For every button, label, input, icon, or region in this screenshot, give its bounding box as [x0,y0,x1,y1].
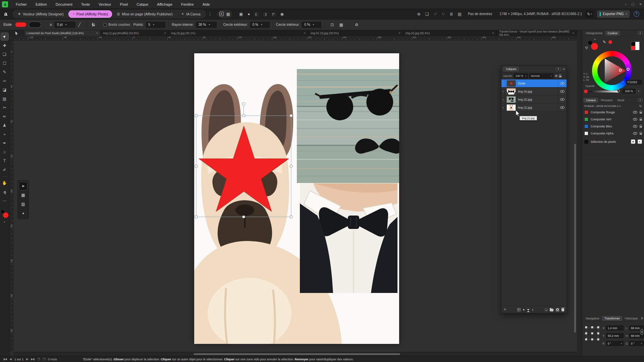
tab-brushes[interactable]: Pinceaux [599,98,614,102]
layer-effects-icon[interactable]: fx [517,308,521,311]
menu-item[interactable]: Document [51,0,77,9]
tab-close-icon[interactable]: ✕ [572,32,574,35]
menu-item[interactable]: Vecteur [94,0,115,9]
adjustment-layer-icon[interactable] [527,309,530,310]
last-page-icon[interactable]: ▶▮ [31,358,35,361]
layer-row-img4[interactable]: ⊞ img (4).jpg [501,87,567,96]
doc-tab[interactable]: img (2).jpg (30.1%)✕ [169,30,308,36]
previous-page-icon[interactable]: ◀ [10,358,12,361]
layer-drag-handle[interactable]: ⊞ [501,104,505,111]
link-dimensions-icon[interactable] [641,329,643,336]
layer-drag-handle[interactable]: ⊞ [501,96,505,103]
star-shape-tool-icon[interactable]: ☆ [1,148,8,156]
eye-icon[interactable] [633,125,637,128]
tab-color[interactable]: Couleur [605,31,620,36]
triangle-marker[interactable] [619,69,622,72]
eye-icon[interactable] [633,118,637,121]
tab-channels[interactable]: Canaux [584,98,598,103]
shear-select[interactable]: 0 °▾ [629,341,644,346]
selection-edit-icon[interactable]: ◐ [638,139,642,144]
lock-icon[interactable] [640,112,642,114]
doc-tab[interactable]: img (4).jpg (55.6%)✕ [403,30,497,36]
lock-icon[interactable] [640,133,642,135]
layer-thumbnail[interactable] [506,96,516,103]
tab-close-icon[interactable]: ✕ [492,32,494,35]
pixel-grid-icon[interactable]: ▦ [336,22,345,27]
primary-color-circle[interactable] [591,43,598,50]
stroke-style-icon[interactable]: ≡ [47,22,55,27]
outer-circle-select[interactable]: 0 %▾ [250,22,270,28]
menu-item[interactable]: Fenêtre [177,0,198,9]
eye-icon[interactable] [560,90,565,93]
stroke-color-swatch[interactable] [29,22,41,27]
hardware-acceleration-button[interactable]: ϟ ▾ [585,10,594,18]
lock-icon[interactable] [640,126,642,128]
menu-item[interactable]: Aide [198,0,214,9]
first-page-icon[interactable]: ▮◀ [3,358,7,361]
export-png-button[interactable]: Exporter PNG ▾ [597,10,630,18]
layer-settings-gear-icon[interactable]: ⚙ [555,74,558,78]
y-field[interactable]: 50,2 mm [606,333,624,338]
transform-mode-icon[interactable]: ▣ [237,12,245,16]
doc-tab[interactable]: Tutoriel bonus - Visuel sportif pour les… [497,30,577,36]
duplicate-icon[interactable]: ❏ [423,12,431,16]
resize-document-icon[interactable]: ▤ [455,12,464,16]
star-shape-selection[interactable] [188,101,302,221]
more-options-icon[interactable]: ⋮ [206,12,215,16]
horizontal-scrollbar[interactable] [13,352,577,356]
channel-row-alpha[interactable]: Composite Alpha [582,130,644,137]
stroke-width-select[interactable]: 0 pt▾ [55,22,75,28]
panel-menu-icon[interactable]: ▾ [638,31,643,35]
pixel-brush-tool-icon[interactable]: ✏ [1,113,8,120]
marquee-select-tool-icon[interactable]: ☐ [1,60,8,67]
new-pixel-layer-icon[interactable] [556,308,559,311]
menu-item[interactable]: Calque [132,0,153,9]
layer-thumbnail[interactable] [506,104,516,111]
eye-icon[interactable] [560,82,565,85]
color-picker-tool-icon[interactable]: ✐ [1,166,8,174]
doc-tab[interactable]: img 01 (3).jpg (30.0%)✕ [308,30,403,36]
color-well[interactable] [0,209,9,220]
pan-tool-icon[interactable]: ✋ [1,179,8,187]
tab-scroll-icon[interactable] [9,30,24,36]
tab-histogram[interactable]: Histogramme [584,31,605,35]
ruler-corner[interactable] [9,36,13,41]
sunglasses-photo[interactable] [297,69,399,183]
persona-canva[interactable]: ✦ IA Canva [177,10,205,18]
fill-color-swatch[interactable] [15,22,26,27]
layer-drag-handle[interactable]: ⊞ [501,87,505,95]
new-layer-icon[interactable]: ❏ [545,308,547,311]
opacity-slider-knob[interactable] [616,89,620,93]
tab-history[interactable]: Historique [623,316,640,320]
layer-drag-handle[interactable]: ⋮⋮ [501,79,505,87]
layer-visibility[interactable] [558,87,567,95]
spread-preview-icon[interactable]: ❒ [43,358,45,361]
brush-settings-icon[interactable] [90,23,97,26]
anchor-point-selector[interactable] [585,326,600,341]
eye-icon[interactable] [633,132,637,135]
help-button[interactable]: ? [634,11,639,17]
vector-crop-tool-icon[interactable]: ✂ [1,104,8,111]
group-layers-icon[interactable] [550,309,553,311]
persona-publisher[interactable]: ▥ Mise en page (Affinity Publisher) [113,10,176,18]
layer-thumbnail[interactable] [506,88,516,95]
place-image-tool-icon[interactable]: ▤ [1,95,8,103]
snap-to-pixel-icon[interactable]: ⊡ [328,22,336,27]
opacity-chevron[interactable]: ▾ [636,89,641,94]
tab-close-icon[interactable]: ✕ [164,32,166,35]
menu-item[interactable]: Affichage [153,0,177,9]
tab-stock[interactable]: Stock [615,98,626,102]
tab-close-icon[interactable]: ✕ [398,32,400,35]
clone-stamp-tool-icon[interactable]: ♟ [1,122,8,129]
panel-menu-icon[interactable]: ▾ [638,98,643,102]
hue-marker[interactable] [627,68,630,71]
x-field[interactable]: 1,4 mm [606,325,624,330]
zoom-tool-icon[interactable]: ρ [1,188,8,196]
quick-grid-icon[interactable]: ▦ [19,191,27,199]
lock-icon[interactable] [559,76,561,77]
maximize-icon[interactable]: ▢ [631,0,634,9]
opacity-select[interactable]: 100 %▾ [514,73,528,78]
pen-tool-icon[interactable]: ✒ [1,139,8,147]
eye-icon[interactable] [560,98,565,101]
pixel-selection-row[interactable]: Sélection de pixels ● ◐ [582,138,644,145]
